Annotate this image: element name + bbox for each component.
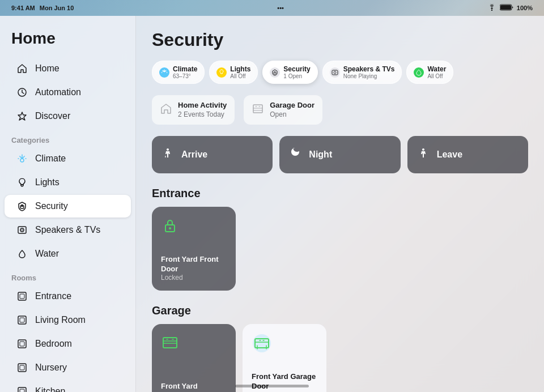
sidebar-lights-label: Lights	[35, 177, 60, 188]
sidebar-item-climate[interactable]: Climate	[5, 147, 131, 170]
svg-point-10	[22, 229, 23, 231]
sidebar-item-automation[interactable]: Automation	[5, 81, 131, 104]
tab-climate[interactable]: Climate 63–73°	[152, 61, 205, 84]
status-date: Mon Jun 10	[40, 5, 74, 11]
front-yard-closed-name: Front Yard	[161, 382, 227, 391]
sidebar-bedroom-label: Bedroom	[35, 339, 72, 349]
svg-rect-16	[20, 342, 24, 346]
sidebar-item-living-room[interactable]: Living Room	[5, 309, 131, 331]
front-yard-front-door-card[interactable]: Front Yard Front Door Locked	[152, 207, 236, 291]
night-label: Night	[309, 150, 332, 160]
svg-point-5	[20, 159, 24, 162]
sidebar-item-kitchen[interactable]: Kitchen	[5, 380, 131, 392]
sidebar-item-home[interactable]: Home	[5, 57, 131, 80]
lights-tab-sub: All Off	[230, 73, 250, 79]
tab-water[interactable]: Water All Off	[406, 61, 453, 84]
scenes-row: Arrive Night Leave	[152, 136, 528, 173]
speakers-icon	[16, 224, 28, 236]
svg-rect-17	[18, 364, 26, 372]
living-room-icon	[16, 314, 28, 326]
security-tab-icon	[270, 67, 280, 78]
home-activity-card[interactable]: Home Activity 2 Events Today	[152, 95, 235, 125]
sidebar-item-discover[interactable]: Discover	[5, 105, 131, 127]
leave-scene-button[interactable]: Leave	[407, 136, 528, 173]
sidebar-item-speakers[interactable]: Speakers & TVs	[5, 219, 131, 241]
tab-speakers[interactable]: Speakers & TVs None Playing	[322, 61, 402, 84]
status-bar-center: •••	[277, 5, 284, 11]
garage-door-icon	[252, 103, 264, 118]
sidebar-discover-label: Discover	[35, 111, 70, 121]
svg-point-0	[491, 10, 492, 11]
front-door-status: Locked	[161, 274, 227, 282]
sidebar-item-nursery[interactable]: Nursery	[5, 356, 131, 379]
nursery-icon	[16, 361, 28, 374]
entrance-room-icon	[16, 290, 28, 302]
svg-rect-21	[274, 73, 276, 74]
svg-rect-27	[163, 338, 177, 348]
arrive-scene-button[interactable]: Arrive	[152, 136, 273, 173]
water-tab-name: Water	[427, 65, 446, 73]
svg-point-23	[334, 71, 336, 74]
front-yard-closed-card[interactable]: Front Yard Closed	[152, 324, 236, 392]
front-yard-garage-door-card[interactable]: Front Yard Garage Door Open	[243, 324, 326, 392]
rooms-label: Rooms	[0, 266, 135, 284]
home-icon	[16, 62, 28, 75]
svg-rect-15	[18, 340, 26, 348]
front-yard-garage-info: Front Yard Garage Door Open	[252, 372, 317, 392]
sidebar-item-water[interactable]: Water	[5, 242, 131, 265]
automation-icon	[16, 86, 28, 99]
security-tab-sub: 1 Open	[283, 73, 310, 79]
sidebar-automation-label: Automation	[35, 87, 81, 97]
sidebar-climate-label: Climate	[35, 154, 66, 164]
home-activity-text: Home Activity 2 Events Today	[178, 101, 227, 119]
sidebar-kitchen-label: Kitchen	[35, 386, 65, 392]
sidebar-item-entrance[interactable]: Entrance	[5, 285, 131, 308]
home-indicator	[235, 385, 309, 387]
water-icon	[16, 248, 28, 260]
svg-rect-22	[332, 70, 338, 75]
svg-marker-4	[18, 112, 26, 120]
garage-section-title: Garage	[152, 304, 528, 317]
tab-lights[interactable]: Lights All Off	[209, 61, 258, 84]
info-row: Home Activity 2 Events Today Garage Door…	[152, 95, 528, 125]
sidebar-speakers-label: Speakers & TVs	[35, 225, 100, 235]
lights-tab-icon	[216, 67, 227, 78]
climate-tab-name: Climate	[173, 65, 197, 73]
bedroom-icon	[16, 338, 28, 350]
sidebar-security-label: Security	[35, 201, 68, 211]
sidebar-water-label: Water	[35, 249, 59, 259]
garage-door-label: Garage Door	[270, 101, 314, 110]
svg-rect-11	[18, 292, 26, 300]
sidebar-item-lights[interactable]: Lights	[5, 171, 131, 194]
sidebar-entrance-label: Entrance	[35, 291, 71, 301]
tab-security[interactable]: Security 1 Open	[262, 61, 317, 84]
garage-door-card[interactable]: Garage Door Open	[244, 95, 322, 125]
svg-point-26	[169, 227, 171, 229]
security-tab-label: Security 1 Open	[283, 65, 310, 79]
leave-label: Leave	[437, 150, 462, 160]
sidebar-item-bedroom[interactable]: Bedroom	[5, 333, 131, 355]
status-time: 9:41 AM	[11, 5, 35, 11]
status-bar: 9:41 AM Mon Jun 10 ••• 100%	[0, 0, 544, 16]
climate-tab-icon	[159, 67, 169, 78]
sidebar-item-security[interactable]: Security	[5, 195, 131, 218]
lights-tab-label: Lights All Off	[230, 65, 250, 79]
night-scene-button[interactable]: Night	[279, 136, 400, 173]
sidebar-nursery-label: Nursery	[35, 363, 67, 373]
svg-rect-14	[20, 318, 24, 322]
main-content: Security Climate 63–73°	[136, 16, 544, 392]
water-tab-icon	[414, 67, 424, 78]
front-yard-closed-info: Front Yard Closed	[161, 382, 227, 392]
svg-rect-24	[253, 105, 262, 113]
entrance-device-grid: Front Yard Front Door Locked	[152, 207, 528, 291]
lights-icon	[16, 176, 28, 189]
sidebar: Home Home Automation	[0, 16, 136, 392]
category-tabs: Climate 63–73° Lights All Off	[152, 61, 528, 84]
security-icon	[16, 200, 28, 212]
battery-icon	[500, 4, 513, 12]
climate-tab-sub: 63–73°	[173, 73, 197, 79]
categories-label: Categories	[0, 128, 135, 147]
night-icon	[288, 146, 302, 163]
svg-rect-13	[18, 316, 26, 324]
garage-open-icon	[252, 333, 317, 356]
